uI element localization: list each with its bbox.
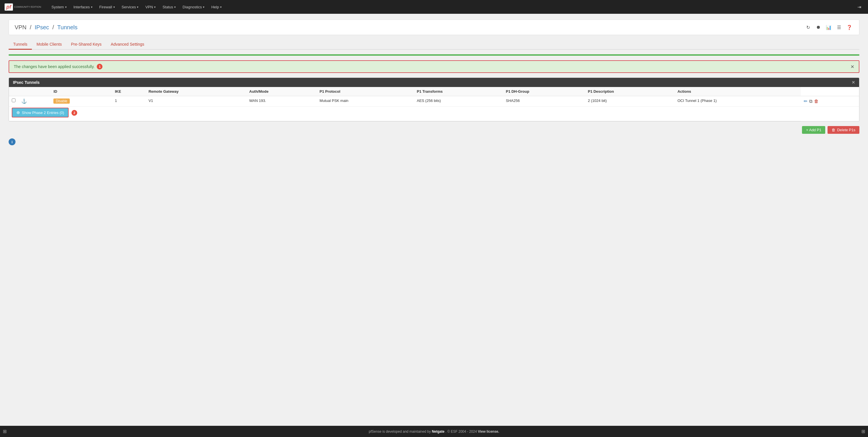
interfaces-arrow: ▾ xyxy=(91,5,92,9)
logo: pf xyxy=(5,3,13,11)
phase2-cell: ⊕ Show Phase 2 Entries (0) 2 xyxy=(9,106,801,121)
col-checkbox xyxy=(9,87,19,96)
nav-vpn[interactable]: VPN ▾ xyxy=(142,0,159,14)
nav-status[interactable]: Status ▾ xyxy=(159,0,179,14)
row-p1-description: OCI Tunnel 1 (Phase 1) xyxy=(675,96,801,106)
action-buttons: ✏ ⧉ 🗑 xyxy=(804,98,856,104)
col-actions: Actions xyxy=(675,87,801,96)
nav-help[interactable]: Help ▾ xyxy=(208,0,225,14)
col-id: ID xyxy=(51,87,112,96)
footer-netgate: Netgate xyxy=(432,430,444,434)
add-p1-button[interactable]: + Add P1 xyxy=(802,126,825,134)
row-status-cell: Disable xyxy=(51,96,112,106)
footer-license-link[interactable]: View license. xyxy=(478,430,499,434)
table-header-row: ID IKE Remote Gateway Auth/Mode P1 Proto… xyxy=(9,87,859,96)
row-remote-gateway: WAN 193. xyxy=(246,96,317,106)
tab-advanced-settings[interactable]: Advanced Settings xyxy=(106,40,149,50)
header-actions: ↻ ⏺ 📊 ☰ ❓ xyxy=(804,23,854,31)
vpn-arrow: ▾ xyxy=(154,5,156,9)
table-header: IPsec Tunnels ✕ xyxy=(9,78,859,87)
list-icon[interactable]: ☰ xyxy=(835,23,843,31)
phase2-row: ⊕ Show Phase 2 Entries (0) 2 xyxy=(9,106,859,121)
help-icon[interactable]: ❓ xyxy=(845,23,854,31)
anchor-icon: ⚓ xyxy=(21,99,27,104)
nav-interfaces[interactable]: Interfaces ▾ xyxy=(70,0,96,14)
bc-vpn: VPN xyxy=(14,24,26,30)
nav-items: System ▾ Interfaces ▾ Firewall ▾ Service… xyxy=(48,0,863,14)
col-p1-description: P1 Description xyxy=(585,87,675,96)
banner-close-button[interactable]: ✕ xyxy=(850,64,854,69)
footer: ⊞ pfSense is developed and maintained by… xyxy=(0,426,868,437)
table-row: ⚓ Disable 1 V1 WAN 193. Mutual PSK main … xyxy=(9,96,859,106)
row-p1-dhgroup: 2 (1024 bit) xyxy=(585,96,675,106)
ipsec-tunnels-table: IPsec Tunnels ✕ ID IKE Remote Gateway Au… xyxy=(9,77,859,121)
row-id: 1 xyxy=(112,96,146,106)
row-auth-mode: Mutual PSK main xyxy=(317,96,414,106)
tab-tunnels[interactable]: Tunnels xyxy=(9,40,32,50)
table-title: IPsec Tunnels xyxy=(13,80,40,85)
tab-pre-shared-keys[interactable]: Pre-Shared Keys xyxy=(66,40,106,50)
col-anchor xyxy=(19,87,51,96)
row-anchor-cell: ⚓ xyxy=(19,96,51,106)
copy-button[interactable]: ⧉ xyxy=(809,99,812,104)
show-phase2-button[interactable]: ⊕ Show Phase 2 Entries (0) xyxy=(12,108,69,118)
bc-tunnels: Tunnels xyxy=(57,24,78,30)
delete-button[interactable]: 🗑 xyxy=(814,99,818,104)
footer-left-icon[interactable]: ⊞ xyxy=(3,429,7,434)
breadcrumb: VPN / IPsec / Tunnels xyxy=(14,24,78,31)
system-arrow: ▾ xyxy=(65,5,67,9)
green-status-bar xyxy=(9,54,859,56)
row-checkbox-cell xyxy=(9,96,19,106)
col-p1-dhgroup: P1 DH-Group xyxy=(503,87,585,96)
edition-label: COMMUNITY EDITION xyxy=(14,5,41,9)
reload-icon[interactable]: ↻ xyxy=(804,23,812,31)
disable-button[interactable]: Disable xyxy=(53,98,69,104)
circle-plus-icon: ⊕ xyxy=(17,110,20,115)
bc-sep2: / xyxy=(52,24,55,30)
diagnostics-arrow: ▾ xyxy=(203,5,205,9)
row-actions: ✏ ⧉ 🗑 xyxy=(801,96,859,106)
logout-icon[interactable]: ⇥ xyxy=(855,4,863,10)
navbar: pf COMMUNITY EDITION System ▾ Interfaces… xyxy=(0,0,868,14)
page-content: VPN / IPsec / Tunnels ↻ ⏺ 📊 ☰ ❓ Tunnels … xyxy=(0,14,868,426)
col-p1-transforms: P1 Transforms xyxy=(414,87,503,96)
info-icon[interactable]: i xyxy=(9,138,16,145)
nav-diagnostics[interactable]: Diagnostics ▾ xyxy=(179,0,208,14)
success-banner: The changes have been applied successful… xyxy=(9,60,859,73)
footer-mid: is developed and maintained by xyxy=(382,430,432,434)
row-checkbox[interactable] xyxy=(12,98,16,102)
row-p1-protocol: AES (256 bits) xyxy=(414,96,503,106)
col-ike: IKE xyxy=(112,87,146,96)
nav-services[interactable]: Services ▾ xyxy=(118,0,142,14)
row-p1-transforms: SHA256 xyxy=(503,96,585,106)
bc-sep1: / xyxy=(30,24,33,30)
record-icon[interactable]: ⏺ xyxy=(814,23,823,31)
banner-content: The changes have been applied successful… xyxy=(14,64,102,69)
footer-text: pfSense is developed and maintained by N… xyxy=(7,430,861,434)
delete-p1s-button[interactable]: 🗑 Delete P1s xyxy=(828,126,859,134)
firewall-arrow: ▾ xyxy=(113,5,115,9)
edit-button[interactable]: ✏ xyxy=(804,98,807,104)
chart-icon[interactable]: 📊 xyxy=(825,23,833,31)
bottom-actions: + Add P1 🗑 Delete P1s xyxy=(9,126,859,134)
trash-icon: 🗑 xyxy=(832,128,835,132)
col-remote-gateway: Remote Gateway xyxy=(146,87,246,96)
bc-ipsec[interactable]: IPsec xyxy=(35,24,49,30)
col-auth-mode: Auth/Mode xyxy=(246,87,317,96)
status-arrow: ▾ xyxy=(174,5,176,9)
services-arrow: ▾ xyxy=(137,5,138,9)
phase2-btn-label: Show Phase 2 Entries (0) xyxy=(22,111,64,115)
footer-right-icon[interactable]: ⊞ xyxy=(861,429,865,434)
nav-firewall[interactable]: Firewall ▾ xyxy=(96,0,118,14)
help-arrow: ▾ xyxy=(220,5,222,9)
col-p1-protocol: P1 Protocol xyxy=(317,87,414,96)
tunnels-table: ID IKE Remote Gateway Auth/Mode P1 Proto… xyxy=(9,87,859,121)
phase2-badge: 2 xyxy=(71,110,77,116)
table-collapse-icon[interactable]: ✕ xyxy=(851,80,855,85)
brand: pf COMMUNITY EDITION xyxy=(5,3,41,11)
tab-mobile-clients[interactable]: Mobile Clients xyxy=(32,40,66,50)
tabs: Tunnels Mobile Clients Pre-Shared Keys A… xyxy=(9,40,859,50)
footer-copyright: . © ESF 2004 - 2024 xyxy=(445,430,478,434)
nav-system[interactable]: System ▾ xyxy=(48,0,70,14)
banner-badge: 1 xyxy=(97,64,102,69)
